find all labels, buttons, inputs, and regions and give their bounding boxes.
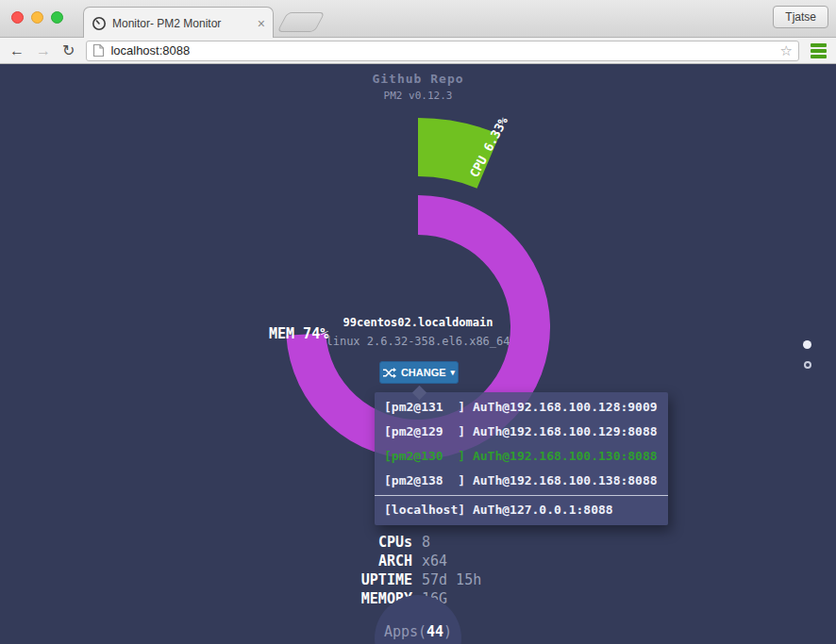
host-option[interactable]: [pm2@129 ] AuTh@192.168.100.129:8088 (375, 420, 668, 444)
host-dropdown: [pm2@131 ] AuTh@192.168.100.128:9009 [pm… (375, 392, 668, 525)
window-controls (11, 11, 63, 24)
apps-label-prefix: Apps( (384, 623, 426, 640)
close-window-button[interactable] (11, 11, 24, 24)
profile-button[interactable]: Tjatse (773, 6, 828, 28)
minimize-window-button[interactable] (31, 11, 43, 24)
stat-value: 8 (422, 533, 430, 552)
caret-down-icon: ▾ (451, 368, 456, 377)
pm2-monitor-page: Github Repo PM2 v0.12.3 CPU 6.33% MEM 74… (0, 64, 836, 644)
stat-row: ARCH x64 (236, 552, 481, 570)
stat-label: CPUs (236, 533, 412, 552)
host-option[interactable]: [pm2@130 ] AuTh@192.168.100.130:8088 (375, 444, 668, 469)
browser-tab[interactable]: Monitor- PM2 Monitor × (83, 7, 274, 39)
stat-label: MEMORY (236, 589, 412, 608)
host-option[interactable]: [localhost] AuTh@127.0.0.1:8088 (375, 498, 668, 522)
stat-label: UPTIME (236, 570, 412, 589)
apps-label-suffix: ) (443, 623, 452, 640)
pm2-version: PM2 v0.12.3 (0, 90, 836, 102)
stat-row: CPUs 8 (236, 533, 481, 552)
titlebar: Monitor- PM2 Monitor × Tjatse (0, 0, 836, 38)
shuffle-icon (383, 368, 396, 378)
tab-title: Monitor- PM2 Monitor (112, 17, 252, 30)
browser-window: Monitor- PM2 Monitor × Tjatse ← → ↻ loca… (0, 0, 836, 644)
back-button[interactable]: ← (9, 43, 25, 58)
page-dot-active[interactable] (803, 340, 811, 349)
forward-button[interactable]: → (36, 43, 51, 58)
bookmark-star-icon[interactable]: ☆ (780, 42, 793, 59)
change-host-button[interactable]: CHANGE ▾ (379, 361, 459, 384)
browser-menu-icon[interactable] (811, 43, 827, 58)
page-indicator (803, 340, 811, 369)
gauge-favicon-icon (92, 16, 107, 31)
reload-button[interactable]: ↻ (62, 43, 75, 58)
address-bar[interactable]: localhost:8088 ☆ (86, 41, 799, 61)
github-repo-link[interactable]: Github Repo (0, 72, 836, 86)
tab-close-icon[interactable]: × (258, 17, 265, 30)
url-text[interactable]: localhost:8088 (110, 43, 774, 58)
maximize-window-button[interactable] (51, 11, 63, 24)
change-button-label: CHANGE (401, 367, 446, 378)
dropdown-divider (375, 495, 668, 496)
browser-toolbar: ← → ↻ localhost:8088 ☆ (0, 38, 836, 64)
stat-value: x64 (422, 552, 447, 570)
page-dot-inactive[interactable] (804, 361, 811, 369)
system-stats: CPUs 8 ARCH x64 UPTIME 57d 15h MEMORY 16… (236, 533, 481, 608)
page-icon (92, 43, 105, 58)
apps-count: 44 (426, 623, 443, 640)
os-info: linux 2.6.32-358.el6.x86_64 (0, 335, 836, 348)
host-option[interactable]: [pm2@138 ] AuTh@192.168.100.138:8088 (375, 469, 668, 493)
stat-row: UPTIME 57d 15h (236, 570, 481, 589)
new-tab-button[interactable] (276, 12, 325, 32)
stat-value: 57d 15h (422, 570, 481, 589)
hostname: 99centos02.localdomain (0, 316, 836, 329)
stat-label: ARCH (236, 552, 412, 570)
